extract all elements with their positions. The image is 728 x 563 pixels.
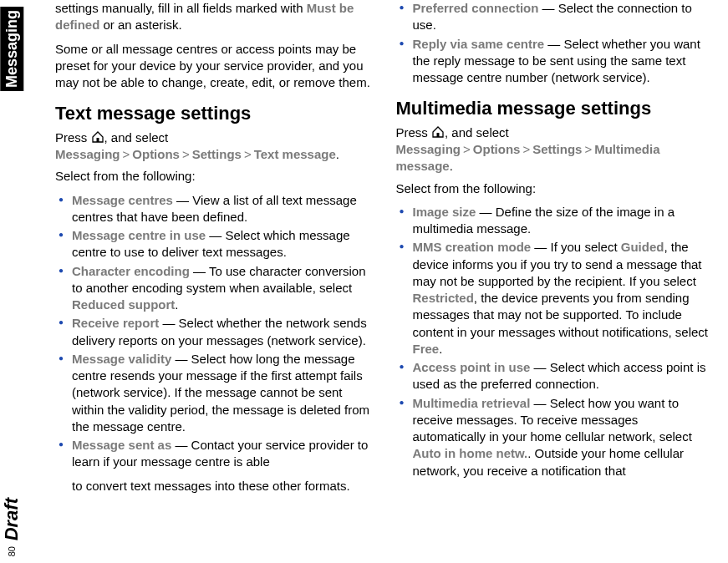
mms-breadcrumb: Press , and select Messaging>Options>Set… [396,124,714,175]
svg-rect-1 [437,133,440,137]
list-item: Message sent as — Contact your service p… [55,437,373,471]
col2-continuation: to convert text messages into these othe… [55,478,373,495]
page-number: 80 [6,546,18,556]
home-icon [431,125,445,139]
text-msg-breadcrumb: Press , and select Messaging>Options>Set… [55,129,373,164]
list-item: Message centres — View a list of all tex… [55,192,373,226]
list-item: MMS creation mode — If you select Guided… [396,239,714,358]
svg-rect-0 [96,138,99,142]
list-item: Reply via same centre — Select whether y… [396,36,714,87]
page-content: settings manually, fill in all fields ma… [23,0,728,563]
list-item: Message centre in use — Select which mes… [55,227,373,261]
select-from-text-msg: Select from the following: [55,168,373,185]
text-msg-list-cont: Preferred connection — Select the connec… [396,0,714,86]
list-item: Character encoding — To use character co… [55,263,373,314]
intro-fragment: settings manually, fill in all fields ma… [55,0,373,34]
text-message-settings-heading: Text message settings [55,101,373,126]
list-item: Access point in use — Select which acces… [396,359,714,393]
side-bottom: Draft 80 [0,495,26,556]
list-item: Receive report — Select whether the netw… [55,315,373,349]
side-tabs: Messaging Draft 80 [0,0,23,563]
preset-note: Some or all message centres or access po… [55,41,373,92]
list-item: Image size — Define the size of the imag… [396,204,714,238]
list-item: Multimedia retrieval — Select how you wa… [396,395,714,479]
text-msg-list: Message centres — View a list of all tex… [55,192,373,471]
list-item: Preferred connection — Select the connec… [396,0,714,34]
home-icon [91,130,104,144]
draft-watermark: Draft [0,495,26,544]
list-item: Message validity — Select how long the m… [55,351,373,435]
mms-list: Image size — Define the size of the imag… [396,204,714,479]
section-tab: Messaging [0,7,23,91]
select-from-mms: Select from the following: [396,180,714,197]
multimedia-settings-heading: Multimedia message settings [396,96,714,121]
